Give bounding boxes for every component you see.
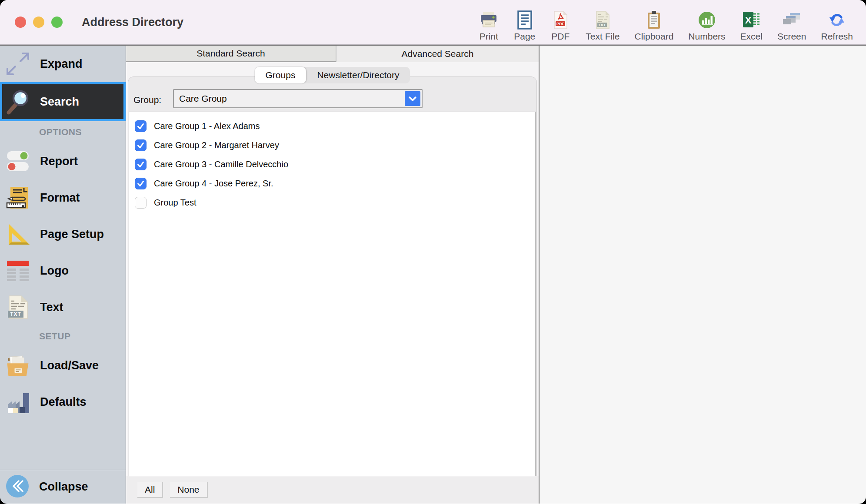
refresh-label: Refresh <box>821 31 853 42</box>
tab-standard-search[interactable]: Standard Search <box>126 46 336 62</box>
refresh-button[interactable]: Refresh <box>821 10 853 42</box>
excel-app-icon: X <box>741 10 762 30</box>
page-icon <box>514 10 535 30</box>
list-item-label: Care Group 3 - Camille Delvecchio <box>154 159 288 169</box>
sidebar-item-label: Expand <box>40 57 83 71</box>
svg-text:TXT: TXT <box>598 23 606 27</box>
window-body: Expand Search OPTIONS <box>0 45 866 504</box>
numbers-app-icon <box>696 10 717 30</box>
search-icon <box>4 88 31 115</box>
list-item-label: Care Group 1 - Alex Adams <box>154 121 260 131</box>
sidebar-item-defaults[interactable]: Defaults <box>0 384 126 420</box>
list-item-label: Group Test <box>154 198 196 208</box>
excel-button[interactable]: X Excel <box>740 10 763 42</box>
app-window: Address Directory Print <box>0 0 866 504</box>
clipboard-button[interactable]: Clipboard <box>634 10 673 42</box>
checkbox[interactable] <box>135 178 147 189</box>
checkbox[interactable] <box>135 159 147 170</box>
pdf-label: PDF <box>551 31 570 42</box>
numbers-button[interactable]: Numbers <box>688 10 725 42</box>
list-item[interactable]: Care Group 2 - Margaret Harvey <box>129 136 535 155</box>
sidebar-item-load-save[interactable]: Load/Save <box>0 347 126 384</box>
page-label: Page <box>514 31 535 42</box>
titlebar: Address Directory Print <box>0 0 866 45</box>
list-item-label: Care Group 2 - Margaret Harvey <box>154 140 279 150</box>
sidebar-item-report[interactable]: Report <box>0 143 126 179</box>
sidebar-item-label: Collapse <box>39 480 88 494</box>
checkbox[interactable] <box>135 197 147 209</box>
pdf-button[interactable]: PDF PDF <box>550 10 571 42</box>
chevron-down-icon <box>405 91 420 106</box>
checkbox[interactable] <box>135 139 147 151</box>
group-dropdown[interactable]: Care Group <box>173 89 423 108</box>
print-label: Print <box>480 31 498 42</box>
sidebar-item-label: Format <box>40 191 80 205</box>
group-checkbox-list: Care Group 1 - Alex Adams Care Group 2 -… <box>129 112 536 476</box>
sidebar-item-logo[interactable]: Logo <box>0 252 126 289</box>
segment-newsletter-directory[interactable]: Newsletter/Directory <box>306 67 410 83</box>
sidebar-item-search[interactable]: Search <box>0 82 126 121</box>
screen-windows-icon <box>781 10 802 30</box>
toggles-icon <box>4 148 31 175</box>
sidebar-spacer <box>0 420 126 470</box>
checkbox[interactable] <box>135 120 147 132</box>
sidebar-item-label: Defaults <box>40 395 87 409</box>
print-button[interactable]: Print <box>478 10 499 42</box>
sidebar-section-options: OPTIONS <box>0 121 126 143</box>
list-item[interactable]: Care Group 3 - Camille Delvecchio <box>129 155 535 174</box>
window-title: Address Directory <box>82 16 183 29</box>
numbers-label: Numbers <box>688 31 725 42</box>
expand-arrows-icon <box>4 50 31 77</box>
sidebar-item-label: Text <box>40 301 63 314</box>
groups-newsletter-segmented-control: Groups Newsletter/Directory <box>255 67 410 83</box>
format-document-icon <box>4 184 31 211</box>
set-square-icon <box>4 221 31 248</box>
list-item[interactable]: Care Group 1 - Alex Adams <box>129 116 535 136</box>
svg-text:TXT: TXT <box>10 311 21 317</box>
pdf-file-icon: PDF <box>550 10 571 30</box>
list-item[interactable]: Care Group 4 - Jose Perez, Sr. <box>129 174 535 193</box>
traffic-lights <box>15 17 63 28</box>
screen-button[interactable]: Screen <box>777 10 806 42</box>
segment-groups[interactable]: Groups <box>255 67 306 83</box>
close-window-button[interactable] <box>15 17 26 28</box>
sidebar-item-page-setup[interactable]: Page Setup <box>0 216 126 252</box>
minimize-window-button[interactable] <box>33 17 44 28</box>
list-footer: All None <box>126 476 539 504</box>
excel-label: Excel <box>740 31 763 42</box>
svg-text:X: X <box>745 15 752 26</box>
screen-label: Screen <box>777 31 806 42</box>
sidebar: Expand Search OPTIONS <box>0 46 126 504</box>
svg-text:PDF: PDF <box>556 22 565 26</box>
sidebar-item-collapse[interactable]: Collapse <box>0 470 126 504</box>
list-item[interactable]: Group Test <box>129 193 535 212</box>
page-button[interactable]: Page <box>514 10 535 42</box>
masthead-icon <box>4 257 31 284</box>
group-label: Group: <box>133 95 161 105</box>
folder-icon <box>4 352 31 379</box>
sidebar-item-format[interactable]: Format <box>0 179 126 216</box>
clipboard-label: Clipboard <box>634 31 673 42</box>
sidebar-item-label: Page Setup <box>40 228 104 241</box>
sidebar-item-label: Report <box>40 155 78 168</box>
select-all-button[interactable]: All <box>137 482 163 498</box>
collapse-chevrons-icon <box>4 473 30 501</box>
group-dropdown-value: Care Group <box>179 90 227 107</box>
sidebar-item-label: Logo <box>40 264 69 278</box>
sidebar-item-label: Load/Save <box>40 359 99 372</box>
refresh-icon <box>826 10 847 30</box>
txt-document-icon: TXT <box>4 294 31 321</box>
clipboard-icon <box>643 10 664 30</box>
sidebar-item-expand[interactable]: Expand <box>0 46 126 82</box>
sidebar-item-text[interactable]: TXT Text <box>0 289 126 325</box>
printer-icon <box>478 10 499 30</box>
list-item-label: Care Group 4 - Jose Perez, Sr. <box>154 179 273 189</box>
results-panel <box>540 46 866 504</box>
tab-advanced-search[interactable]: Advanced Search <box>336 46 539 62</box>
toolbar: Print Page <box>478 0 866 45</box>
select-none-button[interactable]: None <box>170 482 207 498</box>
zoom-window-button[interactable] <box>51 17 63 28</box>
text-file-label: Text File <box>586 31 620 42</box>
factory-icon <box>4 388 31 415</box>
text-file-button[interactable]: TXT Text File <box>586 10 620 42</box>
